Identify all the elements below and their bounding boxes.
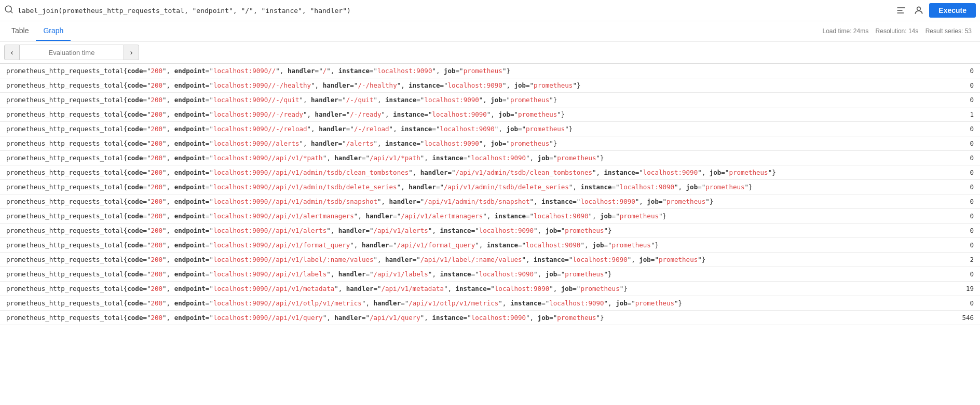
label-key: job [616,299,628,307]
label-key: handler [311,96,338,104]
label-val: localhost:9090//api/v1/admin/tsdb/snapsh… [213,198,377,205]
value-cell: 0 [948,165,980,180]
label-key: code [127,183,143,191]
metric-cell: prometheus_http_requests_total{code="200… [0,209,948,224]
label-val: prometheus [705,183,744,191]
next-time-button[interactable]: › [124,45,139,60]
format-query-button[interactable] [894,3,908,18]
label-val: /-/healthy [358,81,397,89]
tab-graph[interactable]: Graph [36,21,71,41]
label-key: job [514,81,526,89]
user-menu-button[interactable] [911,3,926,18]
metric-name: prometheus_http_requests_total [6,169,124,176]
query-input[interactable] [18,7,890,15]
label-val: prometheus [565,227,604,234]
label-key: handler [319,125,346,133]
value-cell: 0 [948,209,980,224]
label-val: 200 [151,183,162,191]
label-val: 200 [151,154,162,162]
execute-button[interactable]: Execute [929,3,976,18]
metric-name: prometheus_http_requests_total [6,314,124,322]
label-val: prometheus [510,96,549,104]
label-key: code [127,241,143,249]
value-cell: 0 [948,238,980,253]
label-val: 200 [151,169,162,176]
label-val: prometheus [534,81,573,89]
table-row: prometheus_http_requests_total{code="200… [0,194,980,209]
label-val: /-/reload [354,125,389,133]
label-key: job [686,183,698,191]
label-val: prometheus [580,285,619,292]
label-key: handler [315,110,343,118]
label-val: localhost:9090 [471,314,526,322]
label-val: localhost:9090//api/v1/*path [213,154,323,162]
label-key: job [546,227,557,234]
value-cell: 0 [948,180,980,194]
query-bar-actions: Execute [894,3,976,18]
metric-name: prometheus_http_requests_total [6,227,124,234]
label-key: code [127,67,143,75]
label-key: code [127,139,143,147]
label-val: localhost:9090 [620,183,674,191]
label-key: job [561,285,573,292]
label-val: localhost:9090//-/healthy [213,81,311,89]
metric-name: prometheus_http_requests_total [6,81,124,89]
metric-name: prometheus_http_requests_total [6,67,124,75]
label-key: handler [420,169,448,176]
label-key: endpoint [174,227,206,234]
label-val: 200 [151,96,162,104]
label-key: code [127,314,143,322]
label-key: instance [440,270,471,278]
label-val: localhost:9090 [479,227,534,234]
metric-name: prometheus_http_requests_total [6,154,124,162]
label-key: code [127,227,143,234]
label-key: code [127,256,143,263]
label-val: prometheus [620,212,659,220]
table-row: prometheus_http_requests_total{code="200… [0,64,980,78]
label-val: localhost:9090 [448,81,502,89]
label-val: localhost:9090 [377,67,432,75]
label-val: /api/v1/admin/tsdb/clean_tombstones [456,169,592,176]
label-key: instance [432,154,463,162]
metric-name: prometheus_http_requests_total [6,212,124,220]
label-key: handler [373,299,401,307]
label-key: endpoint [174,198,206,205]
metric-cell: prometheus_http_requests_total{code="200… [0,296,948,311]
label-key: endpoint [174,96,206,104]
tab-table[interactable]: Table [4,21,36,41]
label-val: prometheus [526,125,565,133]
metric-name: prometheus_http_requests_total [6,270,124,278]
label-key: job [538,154,550,162]
label-key: endpoint [174,285,206,292]
label-key: instance [338,67,370,75]
label-key: endpoint [174,299,206,307]
label-key: job [444,67,456,75]
label-key: handler [365,212,393,220]
label-key: endpoint [174,256,206,263]
label-key: endpoint [174,183,206,191]
prev-time-button[interactable]: ‹ [4,45,20,60]
label-key: handler [311,139,338,147]
label-val: 200 [151,198,162,205]
value-cell: 0 [948,296,980,311]
value-cell: 0 [948,122,980,136]
metric-cell: prometheus_http_requests_total{code="200… [0,224,948,238]
label-key: code [127,125,143,133]
search-icon [4,5,13,16]
label-val: localhost:9090//-/ready [213,110,303,118]
load-time: Load time: 24ms [823,27,869,35]
value-cell: 0 [948,194,980,209]
value-cell: 0 [948,151,980,165]
metric-cell: prometheus_http_requests_total{code="200… [0,151,948,165]
label-key: instance [495,212,526,220]
label-key: handler [338,227,366,234]
label-val: localhost:9090//api/v1/metadata [213,285,334,292]
label-key: handler [288,67,315,75]
label-key: instance [456,285,487,292]
table-row: prometheus_http_requests_total{code="200… [0,238,980,253]
label-key: instance [401,125,432,133]
eval-time-input[interactable] [20,45,124,60]
label-key: code [127,270,143,278]
results-scroll: prometheus_http_requests_total{code="200… [0,64,980,325]
metric-cell: prometheus_http_requests_total{code="200… [0,165,948,180]
